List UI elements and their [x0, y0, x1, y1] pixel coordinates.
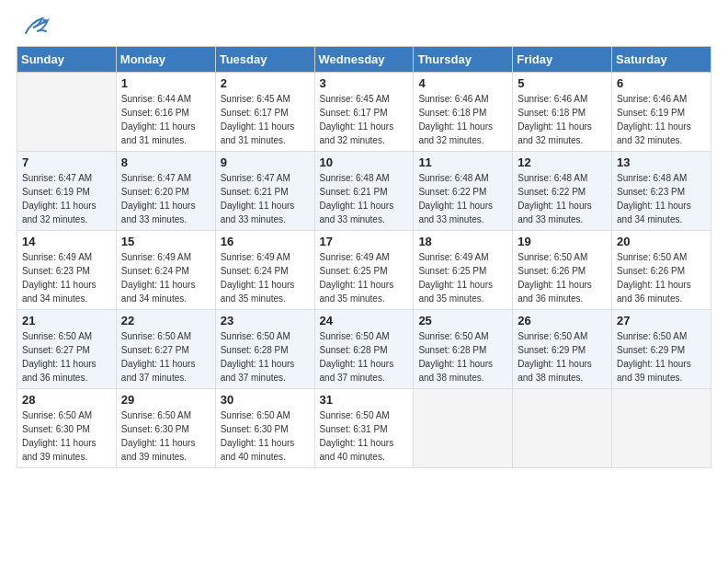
calendar-cell: 24Sunrise: 6:50 AMSunset: 6:28 PMDayligh…	[314, 310, 414, 389]
day-info: Sunrise: 6:46 AMSunset: 6:19 PMDaylight:…	[617, 92, 706, 147]
calendar-table: SundayMondayTuesdayWednesdayThursdayFrid…	[17, 46, 711, 468]
calendar-cell: 13Sunrise: 6:48 AMSunset: 6:23 PMDayligh…	[612, 152, 711, 231]
day-info: Sunrise: 6:46 AMSunset: 6:18 PMDaylight:…	[518, 92, 607, 147]
header	[0, 0, 728, 46]
calendar-week-row: 21Sunrise: 6:50 AMSunset: 6:27 PMDayligh…	[17, 310, 711, 389]
calendar-cell: 29Sunrise: 6:50 AMSunset: 6:30 PMDayligh…	[116, 389, 215, 468]
day-info: Sunrise: 6:46 AMSunset: 6:18 PMDaylight:…	[418, 92, 507, 147]
day-number: 22	[121, 314, 210, 327]
calendar-cell: 6Sunrise: 6:46 AMSunset: 6:19 PMDaylight…	[612, 73, 711, 152]
calendar-cell: 20Sunrise: 6:50 AMSunset: 6:26 PMDayligh…	[612, 231, 711, 310]
day-number: 3	[320, 76, 409, 90]
day-number: 12	[518, 155, 607, 169]
day-number: 10	[320, 155, 409, 169]
weekday-header-thursday: Thursday	[414, 47, 513, 73]
day-number: 27	[617, 314, 706, 327]
day-number: 7	[22, 155, 111, 169]
calendar-cell: 7Sunrise: 6:47 AMSunset: 6:19 PMDaylight…	[17, 152, 117, 231]
calendar-cell	[612, 389, 711, 468]
day-number: 30	[221, 393, 310, 407]
calendar-cell: 4Sunrise: 6:46 AMSunset: 6:18 PMDaylight…	[414, 73, 513, 152]
day-info: Sunrise: 6:45 AMSunset: 6:17 PMDaylight:…	[320, 92, 409, 147]
day-info: Sunrise: 6:48 AMSunset: 6:23 PMDaylight:…	[617, 171, 706, 226]
day-info: Sunrise: 6:49 AMSunset: 6:24 PMDaylight:…	[221, 250, 310, 305]
calendar-cell: 19Sunrise: 6:50 AMSunset: 6:26 PMDayligh…	[513, 231, 612, 310]
calendar-cell: 12Sunrise: 6:48 AMSunset: 6:22 PMDayligh…	[513, 152, 612, 231]
day-info: Sunrise: 6:50 AMSunset: 6:28 PMDaylight:…	[221, 329, 310, 385]
day-info: Sunrise: 6:50 AMSunset: 6:26 PMDaylight:…	[518, 250, 607, 305]
day-number: 25	[418, 314, 507, 327]
day-number: 23	[221, 314, 310, 327]
calendar-week-row: 14Sunrise: 6:49 AMSunset: 6:23 PMDayligh…	[17, 231, 711, 310]
calendar-cell: 11Sunrise: 6:48 AMSunset: 6:22 PMDayligh…	[414, 152, 513, 231]
calendar-cell: 2Sunrise: 6:45 AMSunset: 6:17 PMDaylight…	[215, 73, 314, 152]
day-info: Sunrise: 6:50 AMSunset: 6:29 PMDaylight:…	[518, 329, 607, 385]
day-number: 2	[221, 76, 310, 90]
day-number: 1	[121, 76, 210, 90]
day-number: 24	[320, 314, 409, 327]
day-info: Sunrise: 6:45 AMSunset: 6:17 PMDaylight:…	[221, 92, 310, 147]
weekday-header-wednesday: Wednesday	[314, 47, 414, 73]
logo-bird-icon	[24, 17, 50, 37]
calendar-cell: 26Sunrise: 6:50 AMSunset: 6:29 PMDayligh…	[513, 310, 612, 389]
calendar-cell: 5Sunrise: 6:46 AMSunset: 6:18 PMDaylight…	[513, 73, 612, 152]
day-info: Sunrise: 6:50 AMSunset: 6:28 PMDaylight:…	[320, 329, 409, 385]
day-number: 29	[121, 393, 210, 407]
day-info: Sunrise: 6:50 AMSunset: 6:27 PMDaylight:…	[22, 329, 111, 385]
calendar-cell: 28Sunrise: 6:50 AMSunset: 6:30 PMDayligh…	[17, 389, 117, 468]
day-number: 19	[518, 235, 607, 248]
day-number: 6	[617, 76, 706, 90]
logo	[22, 17, 50, 39]
day-info: Sunrise: 6:49 AMSunset: 6:25 PMDaylight:…	[320, 250, 409, 305]
day-number: 26	[518, 314, 607, 327]
calendar-cell	[414, 389, 513, 468]
calendar-cell: 17Sunrise: 6:49 AMSunset: 6:25 PMDayligh…	[314, 231, 414, 310]
day-info: Sunrise: 6:47 AMSunset: 6:20 PMDaylight:…	[121, 171, 210, 226]
calendar-cell: 30Sunrise: 6:50 AMSunset: 6:30 PMDayligh…	[215, 389, 314, 468]
calendar-week-row: 28Sunrise: 6:50 AMSunset: 6:30 PMDayligh…	[17, 389, 711, 468]
day-info: Sunrise: 6:50 AMSunset: 6:29 PMDaylight:…	[617, 329, 706, 385]
calendar-cell: 22Sunrise: 6:50 AMSunset: 6:27 PMDayligh…	[116, 310, 215, 389]
day-info: Sunrise: 6:49 AMSunset: 6:23 PMDaylight:…	[22, 250, 111, 305]
day-number: 11	[418, 155, 507, 169]
calendar-cell: 23Sunrise: 6:50 AMSunset: 6:28 PMDayligh…	[215, 310, 314, 389]
page: SundayMondayTuesdayWednesdayThursdayFrid…	[0, 0, 728, 563]
calendar-cell: 25Sunrise: 6:50 AMSunset: 6:28 PMDayligh…	[414, 310, 513, 389]
day-info: Sunrise: 6:50 AMSunset: 6:30 PMDaylight:…	[221, 408, 310, 464]
day-info: Sunrise: 6:50 AMSunset: 6:31 PMDaylight:…	[320, 408, 409, 464]
calendar-cell: 1Sunrise: 6:44 AMSunset: 6:16 PMDaylight…	[116, 73, 215, 152]
day-number: 9	[221, 155, 310, 169]
calendar-cell: 8Sunrise: 6:47 AMSunset: 6:20 PMDaylight…	[116, 152, 215, 231]
calendar-cell: 10Sunrise: 6:48 AMSunset: 6:21 PMDayligh…	[314, 152, 414, 231]
day-info: Sunrise: 6:48 AMSunset: 6:22 PMDaylight:…	[518, 171, 607, 226]
day-number: 28	[22, 393, 111, 407]
day-number: 8	[121, 155, 210, 169]
calendar-cell: 14Sunrise: 6:49 AMSunset: 6:23 PMDayligh…	[17, 231, 117, 310]
day-info: Sunrise: 6:44 AMSunset: 6:16 PMDaylight:…	[121, 92, 210, 147]
day-info: Sunrise: 6:50 AMSunset: 6:28 PMDaylight:…	[418, 329, 507, 385]
calendar-cell: 18Sunrise: 6:49 AMSunset: 6:25 PMDayligh…	[414, 231, 513, 310]
day-number: 18	[418, 235, 507, 248]
day-info: Sunrise: 6:49 AMSunset: 6:24 PMDaylight:…	[121, 250, 210, 305]
calendar-week-row: 7Sunrise: 6:47 AMSunset: 6:19 PMDaylight…	[17, 152, 711, 231]
weekday-header-monday: Monday	[116, 47, 215, 73]
day-number: 13	[617, 155, 706, 169]
day-number: 17	[320, 235, 409, 248]
day-info: Sunrise: 6:49 AMSunset: 6:25 PMDaylight:…	[418, 250, 507, 305]
calendar-cell: 9Sunrise: 6:47 AMSunset: 6:21 PMDaylight…	[215, 152, 314, 231]
calendar-cell: 31Sunrise: 6:50 AMSunset: 6:31 PMDayligh…	[314, 389, 414, 468]
weekday-header-saturday: Saturday	[612, 47, 711, 73]
calendar-cell: 27Sunrise: 6:50 AMSunset: 6:29 PMDayligh…	[612, 310, 711, 389]
day-info: Sunrise: 6:48 AMSunset: 6:22 PMDaylight:…	[418, 171, 507, 226]
day-info: Sunrise: 6:50 AMSunset: 6:26 PMDaylight:…	[617, 250, 706, 305]
calendar-cell: 15Sunrise: 6:49 AMSunset: 6:24 PMDayligh…	[116, 231, 215, 310]
day-info: Sunrise: 6:48 AMSunset: 6:21 PMDaylight:…	[320, 171, 409, 226]
day-info: Sunrise: 6:50 AMSunset: 6:27 PMDaylight:…	[121, 329, 210, 385]
day-number: 20	[617, 235, 706, 248]
day-number: 15	[121, 235, 210, 248]
weekday-header-friday: Friday	[513, 47, 612, 73]
day-number: 21	[22, 314, 111, 327]
calendar-cell: 3Sunrise: 6:45 AMSunset: 6:17 PMDaylight…	[314, 73, 414, 152]
calendar-cell: 16Sunrise: 6:49 AMSunset: 6:24 PMDayligh…	[215, 231, 314, 310]
calendar-cell: 21Sunrise: 6:50 AMSunset: 6:27 PMDayligh…	[17, 310, 117, 389]
